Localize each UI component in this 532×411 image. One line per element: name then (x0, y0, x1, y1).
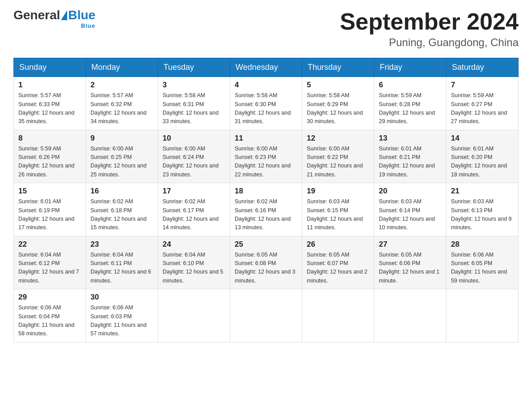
table-row: 7Sunrise: 5:59 AMSunset: 6:27 PMDaylight… (446, 77, 519, 130)
day-info: Sunrise: 5:57 AMSunset: 6:33 PMDaylight:… (18, 91, 81, 126)
day-info: Sunrise: 6:04 AMSunset: 6:12 PMDaylight:… (18, 251, 81, 286)
table-row (374, 289, 446, 342)
day-number: 16 (90, 187, 153, 196)
table-row: 20Sunrise: 6:03 AMSunset: 6:14 PMDayligh… (374, 183, 446, 236)
table-row: 21Sunrise: 6:03 AMSunset: 6:13 PMDayligh… (446, 183, 519, 236)
table-row: 2Sunrise: 5:57 AMSunset: 6:32 PMDaylight… (86, 77, 158, 130)
day-info: Sunrise: 6:02 AMSunset: 6:18 PMDaylight:… (90, 197, 153, 232)
table-row: 3Sunrise: 5:58 AMSunset: 6:31 PMDaylight… (158, 77, 230, 130)
day-info: Sunrise: 6:03 AMSunset: 6:13 PMDaylight:… (451, 197, 514, 232)
calendar-week-row: 15Sunrise: 6:01 AMSunset: 6:19 PMDayligh… (14, 183, 519, 236)
day-info: Sunrise: 6:05 AMSunset: 6:08 PMDaylight:… (235, 251, 297, 286)
day-number: 23 (90, 240, 153, 249)
day-info: Sunrise: 6:06 AMSunset: 6:03 PMDaylight:… (90, 304, 153, 338)
table-row: 27Sunrise: 6:05 AMSunset: 6:06 PMDayligh… (374, 236, 446, 289)
table-row: 18Sunrise: 6:02 AMSunset: 6:16 PMDayligh… (230, 183, 302, 236)
table-row (158, 289, 230, 342)
title-area: September 2024 Puning, Guangdong, China (340, 9, 519, 49)
day-info: Sunrise: 6:00 AMSunset: 6:25 PMDaylight:… (90, 145, 153, 180)
day-number: 1 (18, 81, 81, 90)
day-info: Sunrise: 6:06 AMSunset: 6:04 PMDaylight:… (18, 304, 81, 338)
day-number: 19 (307, 187, 369, 196)
table-row: 29Sunrise: 6:06 AMSunset: 6:04 PMDayligh… (14, 289, 86, 342)
table-row: 30Sunrise: 6:06 AMSunset: 6:03 PMDayligh… (86, 289, 158, 342)
day-info: Sunrise: 6:00 AMSunset: 6:23 PMDaylight:… (235, 145, 297, 180)
calendar-header-row: Sunday Monday Tuesday Wednesday Thursday… (14, 58, 519, 77)
day-number: 18 (235, 187, 297, 196)
calendar-week-row: 29Sunrise: 6:06 AMSunset: 6:04 PMDayligh… (14, 289, 519, 342)
day-info: Sunrise: 6:06 AMSunset: 6:05 PMDaylight:… (451, 251, 514, 286)
day-number: 11 (235, 134, 297, 143)
day-number: 20 (379, 187, 442, 196)
day-info: Sunrise: 5:57 AMSunset: 6:32 PMDaylight:… (90, 91, 153, 126)
logo-general-text: General (13, 9, 60, 21)
day-number: 27 (379, 240, 442, 249)
day-number: 2 (90, 81, 153, 90)
calendar-table: Sunday Monday Tuesday Wednesday Thursday… (13, 58, 519, 342)
col-saturday: Saturday (446, 58, 519, 77)
logo-tagline: Blue (81, 22, 95, 29)
table-row: 23Sunrise: 6:04 AMSunset: 6:11 PMDayligh… (86, 236, 158, 289)
day-info: Sunrise: 6:01 AMSunset: 6:19 PMDaylight:… (18, 197, 81, 232)
table-row: 8Sunrise: 5:59 AMSunset: 6:26 PMDaylight… (14, 130, 86, 183)
day-info: Sunrise: 5:59 AMSunset: 6:26 PMDaylight:… (18, 145, 81, 180)
table-row: 10Sunrise: 6:00 AMSunset: 6:24 PMDayligh… (158, 130, 230, 183)
day-number: 14 (451, 134, 514, 143)
table-row: 15Sunrise: 6:01 AMSunset: 6:19 PMDayligh… (14, 183, 86, 236)
table-row: 28Sunrise: 6:06 AMSunset: 6:05 PMDayligh… (446, 236, 519, 289)
day-number: 30 (90, 293, 153, 302)
col-thursday: Thursday (302, 58, 374, 77)
day-number: 12 (307, 134, 369, 143)
day-info: Sunrise: 5:58 AMSunset: 6:31 PMDaylight:… (163, 91, 225, 126)
day-info: Sunrise: 6:03 AMSunset: 6:14 PMDaylight:… (379, 197, 442, 232)
day-info: Sunrise: 6:05 AMSunset: 6:07 PMDaylight:… (307, 251, 369, 286)
day-number: 13 (379, 134, 442, 143)
day-number: 28 (451, 240, 514, 249)
day-info: Sunrise: 5:58 AMSunset: 6:30 PMDaylight:… (235, 91, 297, 126)
table-row (230, 289, 302, 342)
table-row: 17Sunrise: 6:02 AMSunset: 6:17 PMDayligh… (158, 183, 230, 236)
day-number: 10 (163, 134, 225, 143)
col-wednesday: Wednesday (230, 58, 302, 77)
day-number: 3 (163, 81, 225, 90)
table-row: 12Sunrise: 6:00 AMSunset: 6:22 PMDayligh… (302, 130, 374, 183)
table-row: 14Sunrise: 6:01 AMSunset: 6:20 PMDayligh… (446, 130, 519, 183)
day-number: 24 (163, 240, 225, 249)
day-number: 8 (18, 134, 81, 143)
table-row: 9Sunrise: 6:00 AMSunset: 6:25 PMDaylight… (86, 130, 158, 183)
day-info: Sunrise: 6:01 AMSunset: 6:21 PMDaylight:… (379, 145, 442, 180)
day-info: Sunrise: 6:02 AMSunset: 6:16 PMDaylight:… (235, 197, 297, 232)
table-row: 26Sunrise: 6:05 AMSunset: 6:07 PMDayligh… (302, 236, 374, 289)
day-info: Sunrise: 6:04 AMSunset: 6:11 PMDaylight:… (90, 251, 153, 286)
table-row: 11Sunrise: 6:00 AMSunset: 6:23 PMDayligh… (230, 130, 302, 183)
logo-blue-text: Blue (68, 9, 95, 21)
day-number: 22 (18, 240, 81, 249)
day-info: Sunrise: 6:01 AMSunset: 6:20 PMDaylight:… (451, 145, 514, 180)
table-row: 5Sunrise: 5:58 AMSunset: 6:29 PMDaylight… (302, 77, 374, 130)
page-title: September 2024 (340, 9, 519, 34)
day-number: 9 (90, 134, 153, 143)
table-row: 13Sunrise: 6:01 AMSunset: 6:21 PMDayligh… (374, 130, 446, 183)
day-number: 25 (235, 240, 297, 249)
day-info: Sunrise: 6:00 AMSunset: 6:24 PMDaylight:… (163, 145, 225, 180)
day-info: Sunrise: 6:05 AMSunset: 6:06 PMDaylight:… (379, 251, 442, 286)
table-row: 24Sunrise: 6:04 AMSunset: 6:10 PMDayligh… (158, 236, 230, 289)
col-friday: Friday (374, 58, 446, 77)
day-number: 7 (451, 81, 514, 90)
day-info: Sunrise: 5:59 AMSunset: 6:27 PMDaylight:… (451, 91, 514, 126)
col-monday: Monday (86, 58, 158, 77)
day-number: 15 (18, 187, 81, 196)
day-info: Sunrise: 5:58 AMSunset: 6:29 PMDaylight:… (307, 91, 369, 126)
col-sunday: Sunday (14, 58, 86, 77)
day-number: 21 (451, 187, 514, 196)
page-subtitle: Puning, Guangdong, China (340, 36, 519, 49)
calendar-week-row: 22Sunrise: 6:04 AMSunset: 6:12 PMDayligh… (14, 236, 519, 289)
table-row: 22Sunrise: 6:04 AMSunset: 6:12 PMDayligh… (14, 236, 86, 289)
table-row (302, 289, 374, 342)
day-info: Sunrise: 6:02 AMSunset: 6:17 PMDaylight:… (163, 197, 225, 232)
table-row: 1Sunrise: 5:57 AMSunset: 6:33 PMDaylight… (14, 77, 86, 130)
day-number: 5 (307, 81, 369, 90)
table-row: 19Sunrise: 6:03 AMSunset: 6:15 PMDayligh… (302, 183, 374, 236)
day-info: Sunrise: 6:00 AMSunset: 6:22 PMDaylight:… (307, 145, 369, 180)
table-row: 16Sunrise: 6:02 AMSunset: 6:18 PMDayligh… (86, 183, 158, 236)
